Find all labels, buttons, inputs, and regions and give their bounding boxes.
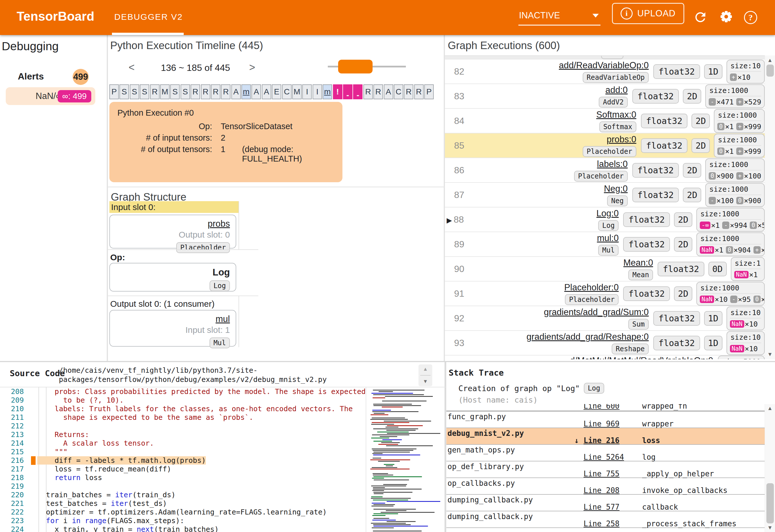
line-number[interactable]: 221	[0, 499, 31, 508]
line-number[interactable]: 214	[0, 439, 31, 448]
code-line[interactable]: 208 probs: Class probabilities predicted…	[0, 387, 365, 396]
timeline-cell[interactable]: R	[150, 84, 160, 99]
code-editor[interactable]: 208 probs: Class probabilities predicted…	[0, 387, 365, 532]
frame-line-link[interactable]: Line 577	[584, 503, 619, 511]
timeline-cell[interactable]: S	[119, 84, 129, 99]
code-line[interactable]: 212	[0, 422, 365, 430]
timeline-cell[interactable]: M	[292, 84, 302, 99]
line-number[interactable]: 219	[0, 482, 31, 491]
scrollbar-thumb[interactable]	[766, 483, 774, 523]
scroll-up-icon[interactable]: ▲	[765, 405, 775, 411]
graph-execution-row[interactable]: 86 labels:0 Placeholder float32 2D size:…	[445, 158, 765, 183]
gear-icon[interactable]	[718, 9, 733, 24]
code-line[interactable]: 214 A scalar loss tensor.	[0, 439, 365, 448]
timeline-cell[interactable]: m	[322, 84, 332, 99]
stack-frame[interactable]: debug_mnist_v2.py ↓ Line 216 loss	[446, 428, 765, 445]
graph-execution-row[interactable]: 84 Softmax:0 Softmax float32 2D size:100…	[445, 109, 765, 133]
graph-execution-row[interactable]: 85 probs:0 Placeholder float32 2D size:1…	[445, 133, 765, 158]
graph-execution-row[interactable]: 91 Placeholder:0 Placeholder float32 2D …	[445, 281, 765, 306]
line-number[interactable]: 216	[0, 456, 31, 465]
frame-line-link[interactable]: Line 969	[584, 420, 619, 428]
timeline-cell[interactable]: P	[424, 84, 434, 99]
line-number[interactable]: 210	[0, 405, 31, 413]
graph-execution-row-partial[interactable]: d/MatMul/MatMul/ReadVariableOp:0 size:50…	[445, 356, 765, 359]
tensor-name-link[interactable]: Placeholder:0	[564, 282, 619, 292]
timeline-cell[interactable]: I	[312, 84, 322, 99]
code-minimap[interactable]	[366, 387, 443, 532]
graph-execution-row[interactable]: 92 gradients/add_grad/Sum:0 Sum float32 …	[445, 306, 765, 331]
timeline-cell[interactable]: A	[231, 84, 241, 99]
code-line[interactable]: 222 optimizer = tf.optimizers.Adam(learn…	[0, 508, 365, 517]
scrollbar-thumb[interactable]	[766, 65, 774, 77]
timeline-cell[interactable]: R	[221, 84, 230, 99]
line-number[interactable]: 222	[0, 508, 31, 517]
timeline-cell[interactable]: R	[191, 84, 200, 99]
prev-page-button[interactable]: <	[129, 61, 135, 73]
code-line[interactable]: 218 return loss	[0, 473, 365, 482]
code-line[interactable]: 220 train_batches = iter(train_ds)	[0, 491, 365, 499]
frame-line-link[interactable]: Line 216	[584, 436, 619, 445]
timeline-slider[interactable]	[328, 60, 406, 73]
tensor-name-link[interactable]: Log:0	[597, 208, 619, 218]
timeline-cell[interactable]: C	[282, 84, 292, 99]
timeline-cell[interactable]: !	[333, 84, 342, 99]
output-node-link[interactable]: mul	[215, 314, 230, 324]
timeline-cell[interactable]: -	[343, 84, 352, 99]
stack-frame[interactable]: gen_math_ops.py Line 5264 log	[446, 445, 765, 461]
next-page-button[interactable]: >	[249, 61, 255, 73]
timeline-cell[interactable]: S	[180, 84, 190, 99]
timeline-cell[interactable]: R	[414, 84, 424, 99]
timeline-cell[interactable]: m	[241, 84, 251, 99]
timeline-cell[interactable]: S	[170, 84, 180, 99]
stepper-up-icon[interactable]: ▲	[419, 366, 432, 372]
scroll-down-icon[interactable]: ▼	[765, 525, 775, 531]
code-line[interactable]: 216 diff = -labels * tf.math.log(probs)	[0, 456, 365, 465]
tensor-name-link[interactable]: labels:0	[597, 159, 628, 169]
tensor-name-link[interactable]: mul:0	[597, 233, 619, 243]
timeline-cell[interactable]: S	[140, 84, 149, 99]
timeline-cell[interactable]: E	[272, 84, 281, 99]
stack-frame[interactable]: func_graph.py Line 969 wrapper	[446, 411, 765, 428]
code-line[interactable]: 210 labels: Truth labels for the classes…	[0, 405, 365, 413]
stack-frame[interactable]: dumping_callback.py Line 577 callback	[446, 495, 765, 511]
code-line[interactable]: 213 Returns:	[0, 430, 365, 439]
timeline-cell[interactable]: I	[302, 84, 312, 99]
tensor-name-link[interactable]: gradients/add_grad/Reshape:0	[527, 332, 649, 342]
run-status-dropdown[interactable]: INACTIVE	[518, 9, 601, 26]
timeline-cell[interactable]: C	[394, 84, 403, 99]
tab-debugger-v2[interactable]: DEBUGGER V2	[114, 12, 183, 22]
line-number[interactable]: 211	[0, 413, 31, 422]
tensor-name-link[interactable]: Neg:0	[604, 184, 628, 194]
timeline-cell[interactable]: R	[404, 84, 413, 99]
timeline-cell[interactable]: P	[109, 84, 119, 99]
line-number[interactable]: 209	[0, 396, 31, 405]
stepper-down-icon[interactable]: ▼	[419, 378, 432, 385]
line-number[interactable]: 208	[0, 387, 31, 396]
tensor-name-link[interactable]: probs:0	[607, 134, 636, 144]
timeline-cell[interactable]: R	[363, 84, 373, 99]
frame-line-link[interactable]: Line 258	[584, 519, 619, 528]
nan-inf-alert-item[interactable]: NaN/∞ ∞: 499	[6, 87, 95, 105]
tensor-name-link[interactable]: Softmax:0	[596, 110, 636, 120]
scroll-up-icon[interactable]: ▲	[765, 57, 775, 63]
scrollbar[interactable]: ▲ ▼	[765, 55, 775, 359]
timeline-cell[interactable]: R	[211, 84, 220, 99]
graph-execution-row[interactable]: 82 add/ReadVariableOp:0 ReadVariableOp f…	[445, 59, 765, 84]
refresh-icon[interactable]	[693, 10, 708, 25]
timeline-cell[interactable]: R	[201, 84, 210, 99]
tensor-name-link[interactable]: gradients/add_grad/Sum:0	[544, 307, 649, 317]
timeline-cell[interactable]: A	[384, 84, 393, 99]
stack-frame-partial[interactable]: Line 600wrapped_fn	[446, 404, 765, 411]
graph-execution-row[interactable]: 89 mul:0 Mul float32 2D size:1000 NaN×10…	[445, 232, 765, 257]
code-line[interactable]: 211 shape is expected to be the same as …	[0, 413, 365, 422]
line-number[interactable]: 217	[0, 465, 31, 473]
code-line[interactable]: 223 for i in range(FLAGS.max_steps):	[0, 517, 365, 525]
stack-frame[interactable]: op_def_library.py Line 755 _apply_op_hel…	[446, 461, 765, 478]
timeline-cell[interactable]: S	[130, 84, 139, 99]
line-number[interactable]: 220	[0, 491, 31, 499]
expand-arrow-icon[interactable]: ▶	[447, 216, 452, 224]
stack-frame[interactable]: dumping_callback.py Line 258 _process_st…	[446, 511, 765, 528]
line-number[interactable]: 213	[0, 430, 31, 439]
file-stepper[interactable]: ▲ ▼	[419, 364, 432, 386]
timeline-cell[interactable]: R	[373, 84, 383, 99]
